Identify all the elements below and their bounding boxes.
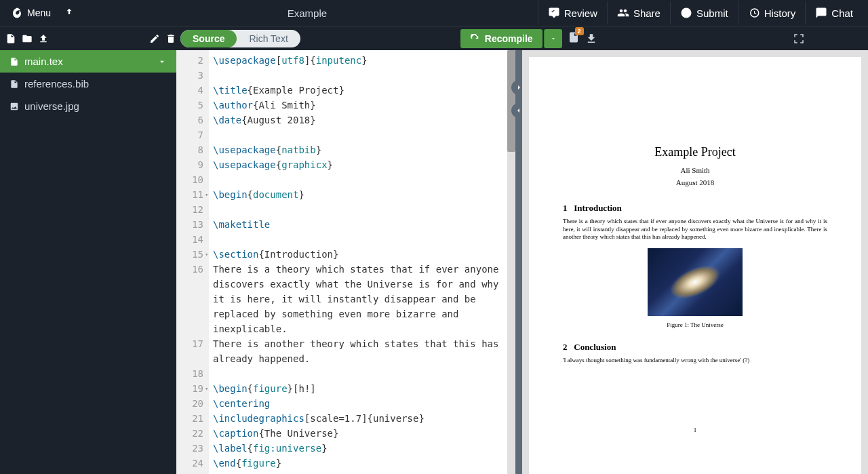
pdf-author: Ali Smith [563,166,827,174]
pdf-body-2: 'I always thought something was fundamen… [563,357,827,365]
editor-mode-toggle: Source Rich Text [180,30,300,47]
project-title[interactable]: Example [77,7,538,19]
menu-label: Menu [27,7,51,18]
scroll-thumb[interactable] [507,50,515,152]
toolbar: Source Rich Text Recompile 2 [0,26,868,50]
file-item-main-tex[interactable]: main.tex [0,50,176,73]
menu-button[interactable]: Menu [5,4,56,22]
code-editor[interactable]: 2345678910111213141516171819202122232425… [176,50,515,474]
upload-icon [64,7,74,17]
upload-file-icon[interactable] [38,33,49,44]
overleaf-logo-icon [11,7,23,19]
up-button[interactable] [62,5,77,22]
richtext-tab[interactable]: Rich Text [237,30,300,47]
refresh-icon [470,34,479,43]
file-icon [9,79,19,89]
pdf-preview[interactable]: Example Project Ali Smith August 2018 1 … [522,50,868,474]
submit-button[interactable]: Submit [670,1,738,24]
pdf-body-1: There is a theory which states that if e… [563,218,827,241]
file-tree: main.texreferences.bibuniverse.jpg [0,50,176,474]
file-icon [9,57,19,66]
pdf-page-number: 1 [529,427,861,433]
pdf-date: August 2018 [563,178,827,186]
history-button[interactable]: History [738,1,806,24]
share-icon [617,7,629,19]
file-name: main.tex [24,56,63,67]
chevron-down-icon [550,35,557,42]
pdf-figure-image [648,248,743,316]
error-badge: 2 [575,27,584,35]
pdf-section-1: 1 Introduction [563,203,827,214]
pdf-figure-caption: Figure 1: The Universe [563,321,827,328]
line-gutter: 2345678910111213141516171819202122232425 [176,50,209,474]
review-icon [548,7,560,19]
file-item-universe-jpg[interactable]: universe.jpg [0,95,176,117]
topbar: Menu Example Review Share Submit History… [0,0,868,26]
logs-button[interactable]: 2 [568,31,580,45]
code-area[interactable]: \usepackage[utf8]{inputenc}\title{Exampl… [209,50,515,474]
review-button[interactable]: Review [538,1,607,24]
pdf-title: Example Project [563,145,827,159]
history-icon [748,7,760,19]
file-name: universe.jpg [24,100,79,112]
pane-divider[interactable] [515,50,522,474]
share-button[interactable]: Share [607,1,670,24]
trash-icon[interactable] [165,33,176,44]
main-area: main.texreferences.bibuniverse.jpg 23456… [0,50,868,474]
chevron-down-icon [157,57,167,66]
pdf-page: Example Project Ali Smith August 2018 1 … [529,57,861,474]
file-item-references-bib[interactable]: references.bib [0,73,176,95]
file-name: references.bib [24,78,89,90]
chat-icon [815,7,827,19]
chat-button[interactable]: Chat [805,1,863,24]
expand-icon[interactable] [793,33,805,45]
pdf-section-2: 2 Conclusion [563,342,827,353]
edit-icon[interactable] [149,33,160,44]
source-tab[interactable]: Source [180,30,237,47]
new-folder-icon[interactable] [22,33,33,44]
download-icon[interactable] [585,33,597,45]
submit-icon [680,7,692,19]
new-file-icon[interactable] [5,33,16,44]
svg-point-0 [681,8,691,18]
recompile-dropdown[interactable] [544,29,562,48]
recompile-button[interactable]: Recompile [460,29,542,48]
image-icon [9,102,19,111]
